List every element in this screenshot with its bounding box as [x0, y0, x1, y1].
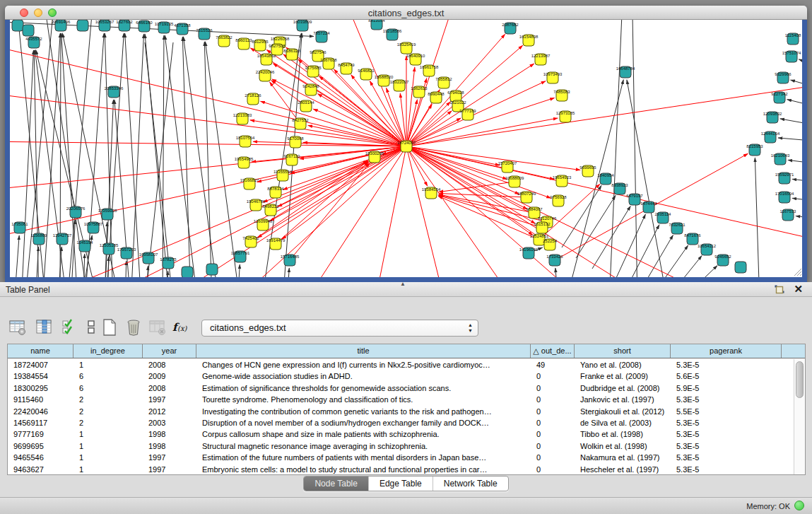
graph-node[interactable]	[206, 264, 218, 275]
table-row[interactable]: 969969511998Structural magnetic resonanc…	[8, 440, 794, 452]
table-cell[interactable]: Wolkin et al. (1998)	[575, 440, 671, 452]
table-cell[interactable]: 0	[531, 440, 575, 452]
table-cell[interactable]: 2	[73, 406, 143, 417]
table-cell[interactable]: 2	[73, 394, 143, 405]
table-cell[interactable]: 0	[531, 417, 575, 428]
table-cell[interactable]: Corpus callosum shape and size in male p…	[196, 428, 531, 440]
tab-edge-table[interactable]: Edge Table	[369, 477, 433, 491]
memory-status-icon[interactable]	[794, 501, 804, 510]
table-cell[interactable]: 0	[531, 382, 575, 394]
resize-grip[interactable]	[794, 269, 801, 276]
table-cell[interactable]: Disruption of a novel member of a sodium…	[196, 417, 531, 428]
table-cell[interactable]: 19384554	[8, 370, 73, 382]
table-cell[interactable]: Nakamura et al. (1997)	[575, 452, 671, 463]
table-cell[interactable]: Tourette syndrome. Phenomenology and cla…	[196, 394, 531, 405]
table-cell[interactable]: 0	[531, 452, 575, 463]
graph-node[interactable]	[182, 267, 193, 277]
table-cell[interactable]: 5.3E-5	[671, 428, 782, 440]
table-cell[interactable]: de Silva et al. (2003)	[575, 417, 671, 428]
table-cell[interactable]: 9115460	[8, 394, 73, 405]
table-cell[interactable]: 5.3E-5	[671, 452, 782, 463]
table-cell[interactable]: Dudbridge et al. (2008)	[575, 382, 671, 394]
close-panel-icon[interactable]: ✕	[794, 283, 803, 296]
table-cell[interactable]: 5.3E-5	[671, 394, 782, 405]
table-cell[interactable]: Structural magnetic resonance image aver…	[196, 440, 531, 452]
table-cell[interactable]: 1997	[143, 394, 196, 405]
table-cell[interactable]: 5.3E-5	[671, 464, 782, 474]
table-row[interactable]: 1456911722003Disruption of a novel membe…	[8, 417, 794, 428]
column-header-title[interactable]: title	[196, 344, 531, 358]
table-cell[interactable]: 2003	[143, 417, 196, 428]
column-visibility-icon[interactable]	[35, 318, 54, 337]
tab-network-table[interactable]: Network Table	[433, 477, 508, 491]
table-cell[interactable]: Estimation of significance thresholds fo…	[196, 382, 531, 394]
table-cell[interactable]: 49	[531, 359, 575, 370]
table-panel-header[interactable]: ▲ Table Panel ✕	[0, 282, 812, 297]
table-cell[interactable]: Jankovic et al. (1997)	[575, 394, 671, 405]
table-row[interactable]: 911546021997Tourette syndrome. Phenomeno…	[8, 394, 794, 405]
function-builder-icon[interactable]: f (x)	[171, 318, 189, 337]
table-cell[interactable]: 1	[73, 440, 143, 452]
column-header-year[interactable]: year	[143, 344, 196, 358]
table-cell[interactable]: 2008	[143, 382, 196, 394]
vertical-scrollbar[interactable]	[794, 359, 805, 474]
selection-mode-icon[interactable]	[61, 318, 79, 337]
graph-node[interactable]	[23, 25, 34, 36]
table-cell[interactable]: Stergiakouli et al. (2012)	[575, 406, 671, 417]
table-cell[interactable]: 9699695	[8, 440, 73, 452]
table-cell[interactable]: Investigating the contribution of common…	[196, 406, 531, 417]
table-cell[interactable]: 6	[73, 370, 143, 382]
table-cell[interactable]: 18724007	[8, 359, 73, 370]
table-cell[interactable]: Hescheler et al. (1997)	[575, 464, 671, 474]
table-row[interactable]: 1938455462009Genome-wide association stu…	[8, 370, 794, 382]
table-cell[interactable]: 0	[531, 370, 575, 382]
table-cell[interactable]: 1998	[143, 428, 196, 440]
table-cell[interactable]: 2012	[143, 406, 196, 417]
table-cell[interactable]: 1	[73, 359, 143, 370]
table-mode-icon[interactable]	[8, 318, 27, 337]
table-cell[interactable]: 5.3E-5	[671, 440, 782, 452]
splitter-handle-icon[interactable]: ▲	[400, 281, 406, 287]
table-cell[interactable]: 18300295	[8, 382, 73, 394]
table-row[interactable]: 1872400712008Changes of HCN gene express…	[8, 359, 794, 370]
table-cell[interactable]: 1	[73, 464, 143, 474]
table-cell[interactable]: Genome-wide association studies in ADHD.	[196, 370, 531, 382]
table-row[interactable]: 977716911998Corpus callosum shape and si…	[8, 428, 794, 440]
table-cell[interactable]: Estimation of the future numbers of pati…	[196, 452, 531, 463]
network-table-selector[interactable]: citations_edges.txt ▲▼	[201, 320, 478, 337]
new-column-icon[interactable]	[100, 318, 119, 337]
table-cell[interactable]: Embryonic stem cells: a model to study s…	[196, 464, 531, 474]
table-cell[interactable]: 9465546	[8, 452, 73, 463]
table-cell[interactable]: 1	[73, 452, 143, 463]
table-cell[interactable]: 5.3E-5	[671, 359, 782, 370]
table-cell[interactable]: 9463627	[8, 464, 73, 474]
graph-node[interactable]	[77, 20, 88, 31]
table-cell[interactable]: 0	[531, 464, 575, 474]
tab-node-table[interactable]: Node Table	[304, 477, 369, 491]
window-titlebar[interactable]: citations_edges.txt	[5, 6, 807, 20]
table-cell[interactable]: 1998	[143, 440, 196, 452]
delete-table-icon[interactable]	[148, 318, 167, 337]
table-cell[interactable]: 5.6E-5	[671, 370, 782, 382]
delete-column-icon[interactable]	[124, 318, 143, 337]
table-cell[interactable]: Tibbo et al. (1998)	[575, 428, 671, 440]
column-header-name[interactable]: name	[8, 344, 73, 358]
table-cell[interactable]: Franke et al. (2009)	[575, 370, 671, 382]
table-cell[interactable]: Yano et al. (2008)	[575, 359, 671, 370]
table-cell[interactable]: 2009	[143, 370, 196, 382]
table-cell[interactable]: 6	[73, 382, 143, 394]
graph-node[interactable]	[735, 262, 746, 273]
scrollbar-thumb[interactable]	[796, 361, 804, 398]
table-row[interactable]: 946362711997Embryonic stem cells: a mode…	[8, 464, 794, 474]
table-cell[interactable]: 5.3E-5	[671, 417, 782, 428]
table-cell[interactable]: 0	[531, 428, 575, 440]
table-cell[interactable]: 2	[73, 417, 143, 428]
table-cell[interactable]: 1997	[143, 464, 196, 474]
column-header-short[interactable]: short	[575, 344, 671, 358]
network-canvas[interactable]: 4935572206914061065326713276026466160107…	[10, 20, 802, 277]
graph-node[interactable]	[12, 20, 23, 31]
table-cell[interactable]: 1997	[143, 452, 196, 463]
table-row[interactable]: 2242004622012Investigating the contribut…	[8, 406, 794, 417]
table-cell[interactable]: 2008	[143, 359, 196, 370]
table-row[interactable]: 1830029562008Estimation of significance …	[8, 382, 794, 394]
